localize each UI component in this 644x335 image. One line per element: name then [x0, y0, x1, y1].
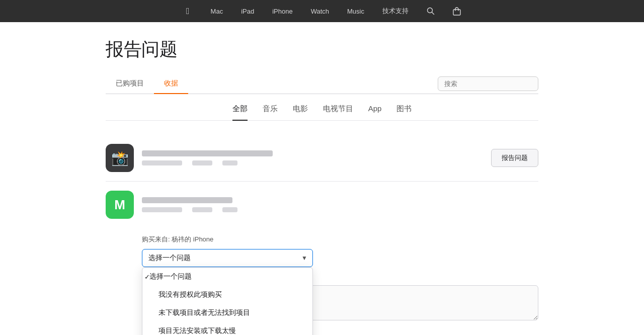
meta-bar — [192, 207, 212, 212]
list-item: 📸 报告问题 — [106, 135, 538, 182]
dropdown-option-3[interactable]: 项目无法安装或下载太慢 — [142, 322, 312, 335]
nav-support[interactable]: 技术支持 — [373, 0, 418, 22]
purchased-from-label: 购买来自: 杨祎的 iPhone — [142, 235, 538, 244]
main-content: 报告问题 已购项目 收据 全部 音乐 电影 电视节目 App 图书 📸 报告问题 — [96, 22, 548, 335]
page-title: 报告问题 — [106, 37, 538, 62]
cat-tab-music[interactable]: 音乐 — [263, 104, 278, 121]
meta-bar — [222, 207, 237, 212]
cat-tab-tv[interactable]: 电视节目 — [323, 104, 353, 121]
nav-cart-icon[interactable] — [444, 0, 470, 22]
item-1-meta — [142, 160, 483, 165]
nav-mac[interactable]: Mac — [202, 0, 232, 22]
item-2-meta — [142, 207, 538, 212]
nav-apple-logo[interactable]:  — [174, 0, 202, 22]
item-2-icon-glyph: M — [114, 197, 125, 213]
item-1-icon: 📸 — [106, 144, 134, 172]
item-1-info — [142, 150, 483, 165]
svg-line-1 — [432, 13, 434, 15]
meta-bar — [142, 160, 182, 165]
nav-watch[interactable]: Watch — [302, 0, 338, 22]
nav-search-icon[interactable] — [418, 0, 444, 22]
nav-ipad[interactable]: iPad — [232, 0, 263, 22]
report-problem-button-1[interactable]: 报告问题 — [491, 149, 538, 167]
category-tabs: 全部 音乐 电影 电视节目 App 图书 — [106, 104, 538, 121]
list-item: M 购买来自: 杨祎的 iPhone 选择一个问题 ▼ 选择一个问 — [106, 182, 538, 335]
nav-iphone[interactable]: iPhone — [263, 0, 301, 22]
meta-bar — [142, 207, 182, 212]
dropdown-menu: 选择一个问题 我没有授权此项购买 未下载项目或者无法找到项目 项目无法安装或下载… — [142, 267, 313, 335]
nav-bar:  Mac iPad iPhone Watch Music 技术支持 — [0, 0, 644, 22]
chevron-down-icon: ▼ — [301, 255, 307, 262]
item-1-icon-glyph: 📸 — [111, 150, 129, 166]
tab-receipts[interactable]: 收据 — [154, 74, 188, 94]
cat-tab-book[interactable]: 图书 — [396, 104, 412, 121]
svg-rect-2 — [453, 10, 460, 15]
dropdown-wrapper: 选择一个问题 ▼ 选择一个问题 我没有授权此项购买 未下载项目或者无法找到项目 … — [142, 249, 313, 267]
meta-bar — [192, 160, 212, 165]
top-tab-row: 已购项目 收据 — [106, 74, 538, 94]
dropdown-option-2[interactable]: 未下载项目或者无法找到项目 — [142, 304, 312, 322]
dropdown-option-0[interactable]: 选择一个问题 — [142, 268, 312, 286]
item-1-name-bar — [142, 150, 273, 156]
cat-tab-movie[interactable]: 电影 — [293, 104, 308, 121]
dropdown-area: 购买来自: 杨祎的 iPhone 选择一个问题 ▼ 选择一个问题 我没有授权此项… — [106, 227, 538, 271]
dropdown-option-1[interactable]: 我没有授权此项购买 — [142, 286, 312, 304]
nav-music[interactable]: Music — [338, 0, 373, 22]
meta-bar — [222, 160, 237, 165]
item-2-info — [142, 197, 538, 212]
svg-point-0 — [427, 8, 432, 13]
tab-purchased[interactable]: 已购项目 — [106, 74, 154, 94]
search-input[interactable] — [438, 76, 538, 91]
item-2-icon: M — [106, 191, 134, 219]
problem-dropdown-trigger[interactable]: 选择一个问题 ▼ — [142, 249, 313, 267]
dropdown-selected-value: 选择一个问题 — [148, 254, 191, 263]
item-2-name-bar — [142, 197, 232, 203]
cat-tab-all[interactable]: 全部 — [232, 104, 248, 121]
cat-tab-app[interactable]: App — [368, 104, 382, 121]
